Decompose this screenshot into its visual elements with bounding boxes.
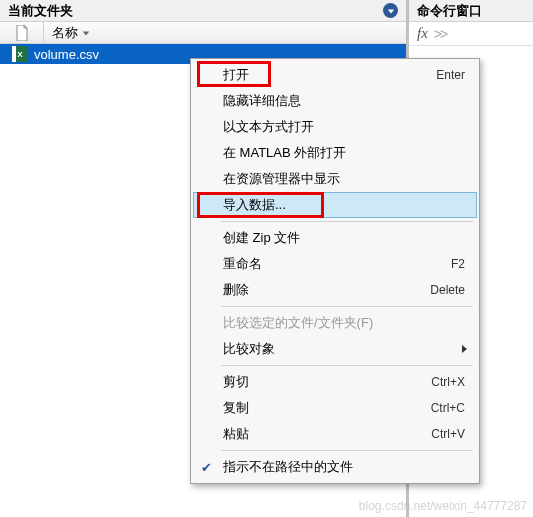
context-menu: 打开 Enter 隐藏详细信息 以文本方式打开 在 MATLAB 外部打开 在资… <box>190 58 480 484</box>
column-header-row[interactable]: 名称 <box>0 22 406 44</box>
menu-delete[interactable]: 删除 Delete <box>193 277 477 303</box>
command-window-header: 命令行窗口 <box>409 0 533 22</box>
chevron-down-icon <box>387 7 395 15</box>
file-name: volume.csv <box>34 47 99 62</box>
column-name-header[interactable]: 名称 <box>44 24 406 42</box>
column-name-label: 名称 <box>52 24 78 42</box>
svg-marker-0 <box>387 9 393 13</box>
menu-paste[interactable]: 粘贴 Ctrl+V <box>193 421 477 447</box>
menu-separator <box>221 365 473 366</box>
menu-rename[interactable]: 重命名 F2 <box>193 251 477 277</box>
menu-open-as-text[interactable]: 以文本方式打开 <box>193 114 477 140</box>
menu-separator <box>221 450 473 451</box>
menu-open[interactable]: 打开 Enter <box>193 62 477 88</box>
menu-copy[interactable]: 复制 Ctrl+C <box>193 395 477 421</box>
menu-compare-target[interactable]: 比较对象 <box>193 336 477 362</box>
menu-separator <box>221 221 473 222</box>
menu-open-outside[interactable]: 在 MATLAB 外部打开 <box>193 140 477 166</box>
menu-separator <box>221 306 473 307</box>
menu-compare-selected: 比较选定的文件/文件夹(F) <box>193 310 477 336</box>
menu-show-in-explorer[interactable]: 在资源管理器中显示 <box>193 166 477 192</box>
menu-indicate-not-on-path[interactable]: ✔ 指示不在路径中的文件 <box>193 454 477 480</box>
command-prompt: >> <box>434 26 446 42</box>
menu-create-zip[interactable]: 创建 Zip 文件 <box>193 225 477 251</box>
command-window-title: 命令行窗口 <box>417 2 482 20</box>
check-icon: ✔ <box>201 460 212 475</box>
menu-hide-detail[interactable]: 隐藏详细信息 <box>193 88 477 114</box>
panel-menu-button[interactable] <box>383 3 398 18</box>
command-prompt-row[interactable]: fx >> <box>409 22 533 46</box>
sort-arrow-icon <box>82 29 90 37</box>
spreadsheet-icon: X <box>12 46 28 62</box>
menu-import-data[interactable]: 导入数据... <box>193 192 477 218</box>
fx-icon[interactable]: fx <box>417 25 428 42</box>
current-folder-header: 当前文件夹 <box>0 0 406 22</box>
column-filetype-icon <box>0 22 44 43</box>
menu-cut[interactable]: 剪切 Ctrl+X <box>193 369 477 395</box>
svg-marker-1 <box>83 31 89 35</box>
current-folder-title: 当前文件夹 <box>8 2 73 20</box>
